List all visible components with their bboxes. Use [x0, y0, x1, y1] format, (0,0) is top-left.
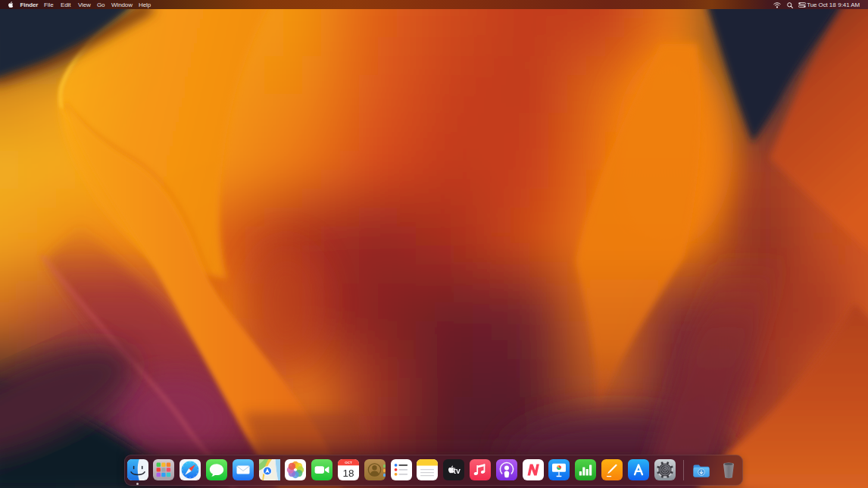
svg-text:18: 18: [342, 468, 354, 479]
svg-text:tv: tv: [453, 466, 460, 475]
svg-text:OCT: OCT: [345, 461, 352, 465]
